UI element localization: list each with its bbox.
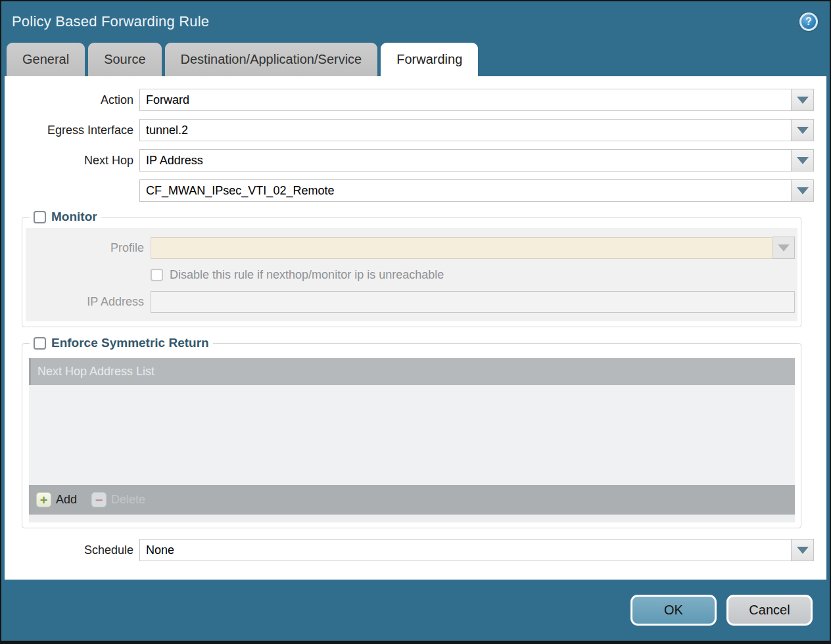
next-hop-address-row: CF_MWAN_IPsec_VTI_02_Remote: [5, 179, 814, 202]
action-select[interactable]: Forward: [139, 89, 792, 111]
monitor-panel: Profile Disable this rule if nexthop/mon…: [26, 228, 797, 321]
profile-select: [151, 237, 772, 259]
dialog-footer: OK Cancel: [1, 580, 830, 641]
enforce-symmetric-return-legend: Enforce Symmetric Return: [30, 336, 213, 350]
monitor-ip-address-input: [151, 291, 795, 313]
egress-interface-row: Egress Interface tunnel.2: [5, 119, 814, 141]
chevron-down-icon: [797, 127, 809, 134]
tab-forwarding[interactable]: Forwarding: [381, 43, 478, 76]
chevron-down-icon: [778, 244, 790, 252]
forwarding-tab-panel: Action Forward Egress Interface tunnel.2…: [5, 76, 826, 580]
policy-based-forwarding-rule-dialog: Policy Based Forwarding Rule ? General S…: [0, 0, 831, 644]
next-hop-address-select[interactable]: CF_MWAN_IPsec_VTI_02_Remote: [139, 179, 792, 202]
next-hop-address-list-body: [29, 385, 795, 485]
egress-interface-select[interactable]: tunnel.2: [139, 119, 792, 141]
monitor-ip-address-row: IP Address: [26, 291, 795, 313]
action-dropdown-button[interactable]: [792, 89, 814, 111]
dialog-title: Policy Based Forwarding Rule: [12, 13, 209, 30]
monitor-checkbox[interactable]: [34, 211, 46, 223]
profile-dropdown-button: [772, 237, 795, 259]
schedule-row: Schedule None: [5, 539, 814, 561]
chevron-down-icon: [797, 187, 809, 195]
egress-interface-dropdown-button[interactable]: [792, 119, 814, 141]
help-icon[interactable]: ?: [799, 12, 818, 31]
tab-general[interactable]: General: [7, 43, 85, 76]
cancel-button[interactable]: Cancel: [726, 595, 813, 626]
monitor-fieldset: Monitor Profile Disable this rule if nex…: [22, 210, 801, 327]
table-bottom-strip: [29, 515, 795, 522]
enforce-symmetric-return-legend-label: Enforce Symmetric Return: [51, 336, 209, 350]
profile-row: Profile: [26, 237, 795, 259]
next-hop-type-select[interactable]: IP Address: [139, 149, 792, 172]
disable-rule-checkbox: [151, 269, 163, 281]
next-hop-address-dropdown-button[interactable]: [792, 179, 814, 202]
schedule-label: Schedule: [5, 543, 139, 557]
chevron-down-icon: [797, 97, 809, 104]
next-hop-address-list-toolbar: + Add − Delete: [29, 485, 795, 515]
next-hop-address-table: Next Hop Address List + Add − Delete: [29, 358, 795, 522]
next-hop-address-list-column-header: Next Hop Address List: [29, 358, 795, 385]
schedule-dropdown-button[interactable]: [792, 539, 814, 561]
chevron-down-icon: [797, 157, 809, 164]
monitor-legend: Monitor: [30, 210, 101, 224]
add-button-label: Add: [56, 493, 77, 507]
schedule-select[interactable]: None: [139, 539, 792, 561]
disable-rule-label: Disable this rule if nexthop/monitor ip …: [170, 268, 444, 282]
egress-interface-label: Egress Interface: [5, 124, 139, 137]
monitor-ip-address-label: IP Address: [26, 295, 151, 309]
action-label: Action: [5, 93, 139, 107]
tab-destination-application-service[interactable]: Destination/Application/Service: [165, 43, 378, 76]
minus-icon: −: [91, 492, 107, 507]
tab-bar: General Source Destination/Application/S…: [1, 42, 830, 76]
tab-source[interactable]: Source: [88, 43, 161, 76]
chevron-down-icon: [797, 547, 809, 554]
delete-button: − Delete: [91, 492, 145, 507]
profile-label: Profile: [26, 241, 151, 255]
enforce-symmetric-return-checkbox[interactable]: [34, 337, 46, 350]
ok-button[interactable]: OK: [630, 595, 717, 626]
next-hop-type-dropdown-button[interactable]: [792, 149, 814, 172]
plus-icon: +: [36, 492, 51, 507]
enforce-symmetric-return-fieldset: Enforce Symmetric Return Next Hop Addres…: [22, 336, 801, 528]
action-row: Action Forward: [5, 89, 814, 111]
monitor-legend-label: Monitor: [51, 210, 97, 224]
dialog-titlebar: Policy Based Forwarding Rule ?: [1, 1, 830, 42]
delete-button-label: Delete: [111, 493, 145, 507]
next-hop-label: Next Hop: [5, 154, 139, 168]
add-button[interactable]: + Add: [36, 492, 77, 507]
disable-rule-row: Disable this rule if nexthop/monitor ip …: [151, 268, 795, 282]
next-hop-row: Next Hop IP Address: [5, 149, 814, 172]
